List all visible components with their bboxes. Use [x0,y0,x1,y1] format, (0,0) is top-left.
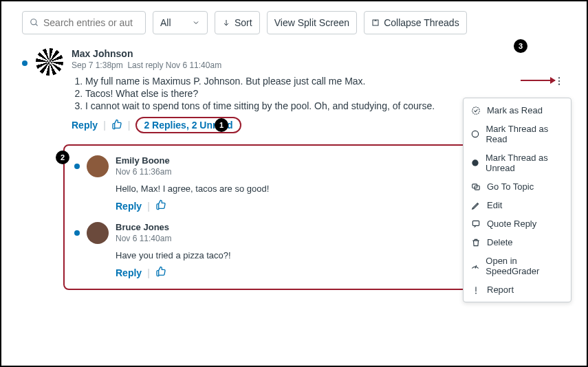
menu-mark-read[interactable]: Mark as Read [464,101,571,120]
avatar[interactable] [87,155,109,177]
menu-label: Mark Thread as Unread [486,153,564,173]
menu-label: Mark Thread as Read [486,124,564,144]
unread-indicator [22,60,28,66]
annotation-badge-3: 3 [514,39,527,53]
reply-author-name[interactable]: Bruce Jones [116,222,462,232]
reply-post: Emily Boone Nov 6 11:36am Hello, Max! I … [74,155,462,212]
avatar[interactable] [87,222,109,244]
sort-button[interactable]: Sort [215,11,260,34]
trash-icon [470,238,481,247]
reply-text: Hello, Max! I agree, tacos are so good! [116,184,462,194]
collapse-label: Collapse Threads [384,17,459,28]
svg-line-1 [36,24,38,26]
view-split-button[interactable]: View Split Screen [267,11,357,34]
post-meta: Sep 7 1:38pm Last reply Nov 6 11:40am [72,60,566,70]
menu-label: Report [487,285,514,295]
collapse-icon [371,19,380,27]
svg-point-7 [558,84,560,85]
pencil-icon [470,201,481,210]
post-options-button[interactable] [554,76,565,89]
like-button[interactable] [155,266,166,279]
reply-button[interactable]: Reply [72,120,98,131]
menu-edit[interactable]: Edit [464,196,571,214]
unread-indicator [74,164,80,169]
toolbar: All Sort View Split Screen Collapse Thre… [1,1,587,41]
sort-label: Sort [235,17,252,28]
svg-rect-18 [475,287,476,291]
options-menu: Mark as Read Mark Thread as Read Mark Th… [463,98,571,302]
post-timestamp: Sep 7 1:38pm [72,60,123,70]
split-label: View Split Screen [274,17,349,28]
svg-line-17 [475,265,477,269]
svg-point-13 [472,159,478,166]
menu-label: Delete [487,237,513,247]
filter-label: All [160,17,171,28]
menu-label: Quote Reply [487,219,536,229]
menu-delete[interactable]: Delete [464,233,571,252]
author-name[interactable]: Max Johnson [72,48,566,59]
svg-point-11 [472,107,480,114]
reply-text: Have you tried a pizza taco?! [116,250,462,260]
reply-timestamp: Nov 6 11:36am [116,167,462,177]
menu-go-to-topic[interactable]: Go To Topic [464,177,571,196]
svg-point-19 [475,292,477,293]
svg-point-0 [31,19,36,25]
annotation-arrow [521,80,555,81]
reply-timestamp: Nov 6 11:40am [116,234,462,243]
search-input-wrapper[interactable] [22,11,146,34]
search-icon [30,18,39,27]
mark-read-icon [470,106,481,115]
like-button[interactable] [111,119,122,132]
annotation-badge-1: 1 [215,118,228,132]
menu-report[interactable]: Report [464,280,571,299]
reply-button[interactable]: Reply [116,201,142,212]
unread-indicator [74,230,80,236]
like-button[interactable] [155,199,166,212]
speedgrader-icon [470,261,480,271]
menu-label: Go To Topic [487,181,534,192]
replies-container: 2 Emily Boone Nov 6 11:36am Hello, Max! … [63,144,476,290]
topic-icon [470,182,481,192]
quote-icon [470,219,481,229]
reply-author-name[interactable]: Emily Boone [116,155,462,166]
svg-point-5 [558,77,560,78]
chevron-down-icon [192,19,200,27]
reply-post: Bruce Jones Nov 6 11:40am Have you tried… [74,222,462,279]
menu-mark-thread-read[interactable]: Mark Thread as Read [464,120,571,148]
menu-label: Open in SpeedGrader [486,256,564,276]
circle-empty-icon [470,129,480,139]
menu-speedgrader[interactable]: Open in SpeedGrader [464,252,571,280]
annotation-badge-2: 2 [56,151,69,164]
menu-mark-thread-unread[interactable]: Mark Thread as Unread [464,148,571,177]
reply-button[interactable]: Reply [116,267,142,278]
menu-label: Mark as Read [487,105,543,115]
arrow-down-icon [222,19,230,27]
avatar[interactable] [36,48,63,76]
menu-quote-reply[interactable]: Quote Reply [464,214,571,233]
last-reply-time: Last reply Nov 6 11:40am [127,60,221,70]
svg-point-6 [558,80,560,82]
circle-filled-icon [470,158,480,168]
svg-point-12 [472,131,479,137]
svg-rect-16 [472,221,479,225]
search-input[interactable] [43,17,133,28]
filter-dropdown[interactable]: All [153,11,208,34]
menu-label: Edit [487,200,502,210]
report-icon [470,285,481,295]
collapse-threads-button[interactable]: Collapse Threads [364,11,466,34]
post-list-item: My full name is Maximus P. Johnson. But … [85,76,566,87]
